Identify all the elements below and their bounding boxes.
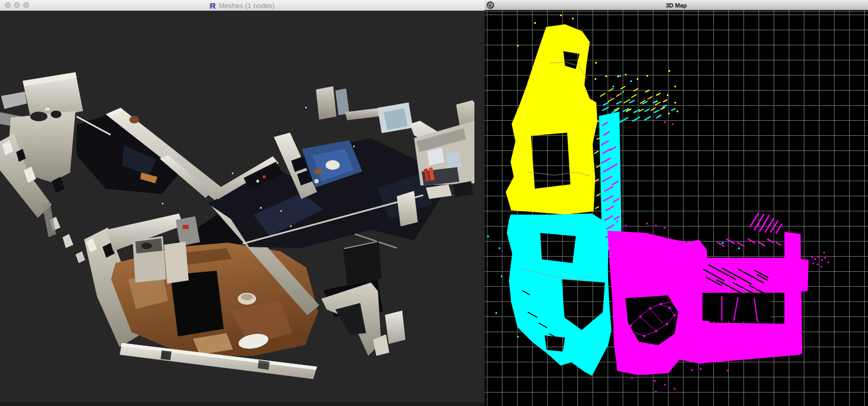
desktop: R Meshes (1 nodes): [0, 0, 868, 406]
mesh-wooden-chair: [129, 116, 139, 123]
map-window-title-text: 3D Map: [485, 0, 868, 10]
map-3d-viewport[interactable]: [485, 10, 868, 406]
point-cloud-map: [485, 10, 868, 406]
map-window-titlebar[interactable]: 3D Map: [485, 0, 868, 10]
submap-yellow-points: [506, 15, 678, 247]
mesh-reconstruction: [0, 11, 485, 406]
mesh-round-table: [326, 160, 340, 170]
mesh-3d-viewport[interactable]: [0, 11, 485, 406]
map-window: 3D Map: [485, 0, 868, 406]
submap-magenta-points: [601, 94, 829, 393]
mesh-window-title-text: Meshes (1 nodes): [218, 2, 274, 10]
mesh-window-title: R Meshes (1 nodes): [0, 0, 485, 11]
mesh-viewer-window: R Meshes (1 nodes): [0, 0, 485, 406]
mesh-window-titlebar[interactable]: R Meshes (1 nodes): [0, 0, 485, 11]
rtabmap-logo-icon: R: [210, 2, 216, 10]
mesh-door-sign: [183, 225, 189, 229]
